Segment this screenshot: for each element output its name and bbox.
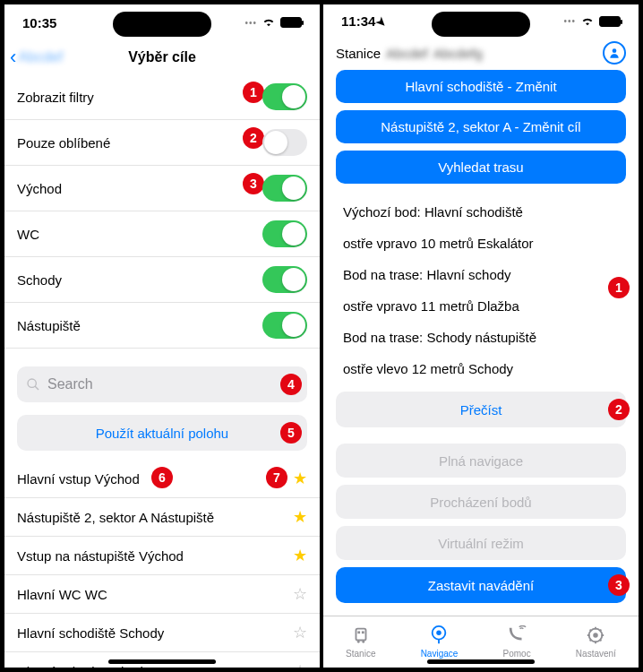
- route-step: ostře vlevo 12 metrů Schody: [336, 353, 626, 384]
- home-indicator[interactable]: [427, 659, 535, 664]
- home-indicator[interactable]: [108, 659, 216, 664]
- target-row[interactable]: Nástupiště 2, sektor A Nástupiště★: [4, 498, 320, 537]
- svg-point-2: [613, 49, 617, 54]
- tab-nastavení[interactable]: Nastavení: [576, 625, 616, 659]
- station-name-blurred: Abcdef: [386, 46, 428, 61]
- favorite-star-icon[interactable]: ★: [293, 507, 307, 527]
- tab-label: Pomoc: [503, 649, 531, 659]
- annotation-badge: 5: [280, 422, 302, 444]
- filter-label: Zobrazit filtry: [17, 90, 262, 105]
- svg-point-6: [357, 641, 360, 643]
- tab-icon: [585, 625, 606, 647]
- status-icons: •••: [563, 13, 621, 30]
- target-label: Nástupiště 2, sektor A Nástupiště: [17, 510, 293, 525]
- tab-stanice[interactable]: Stanice: [346, 625, 375, 659]
- chevron-left-icon: ‹: [10, 46, 16, 69]
- status-bar: 10:35 •••: [4, 4, 320, 40]
- filter-row: Nástupiště: [4, 303, 320, 349]
- search-placeholder: Search: [47, 376, 93, 392]
- annotation-badge: 7: [266, 467, 287, 488]
- tab-pomoc[interactable]: Pomoc: [503, 625, 531, 659]
- route-steps: Výchozí bod: Hlavní schodištěostře vprav…: [336, 196, 626, 384]
- nav-header: ‹ Abcdef Výběr cíle: [4, 40, 320, 74]
- stop-button-wrap: Zastavit navádění 3: [336, 567, 626, 603]
- tab-icon: [506, 625, 527, 647]
- target-row[interactable]: Hlavní WC WC☆: [4, 575, 320, 614]
- annotation-badge: 1: [243, 82, 264, 103]
- filter-list: Zobrazit filtry1Pouze oblíbené2Východ3WC…: [4, 74, 320, 668]
- annotation-badge: 2: [608, 399, 630, 420]
- annotation-badge: 3: [608, 574, 630, 596]
- back-label: Abcdef: [18, 49, 63, 65]
- left-phone: 10:35 ••• ‹ Abcdef Výběr cíle Zobrazit f…: [3, 3, 322, 669]
- toggle[interactable]: [262, 266, 307, 293]
- svg-point-11: [595, 633, 598, 637]
- tab-navigace[interactable]: Navigace: [421, 625, 459, 659]
- target-label: Hlavní WC WC: [17, 587, 293, 602]
- filter-row: Východ3: [4, 166, 320, 211]
- favorite-star-icon[interactable]: ★: [293, 469, 307, 488]
- notch: [113, 12, 211, 37]
- svg-rect-5: [362, 632, 364, 634]
- tab-icon: [428, 625, 450, 647]
- target-label: Hlavní schody Schody: [17, 664, 293, 668]
- cellular-dots-icon: •••: [563, 16, 576, 26]
- search-input[interactable]: Search4: [17, 366, 307, 402]
- nav-action-button[interactable]: Hlavní schodiště - Změnit: [336, 70, 626, 103]
- toggle[interactable]: [262, 220, 307, 247]
- use-current-location-button[interactable]: Použít aktuální polohu5: [17, 415, 307, 451]
- toggle[interactable]: [262, 83, 307, 110]
- svg-line-1: [35, 386, 39, 390]
- filter-label: Schody: [17, 272, 262, 288]
- user-icon: [608, 47, 621, 59]
- toggle[interactable]: [262, 129, 307, 156]
- target-row[interactable]: Vstup na nástupiště Východ★: [4, 537, 320, 575]
- toggle[interactable]: [262, 312, 307, 339]
- station-header: Stanice Abcdef Abcdefg: [323, 38, 639, 70]
- target-row[interactable]: Hlavní schodiště Schody☆: [4, 614, 320, 652]
- stop-navigation-button[interactable]: Zastavit navádění: [336, 567, 626, 603]
- svg-point-7: [362, 641, 364, 643]
- battery-icon: [599, 16, 621, 27]
- filter-row: Pouze oblíbené2: [4, 120, 320, 166]
- svg-point-9: [437, 631, 442, 636]
- favorite-star-icon[interactable]: ☆: [293, 623, 307, 642]
- favorite-star-icon[interactable]: ★: [293, 546, 307, 565]
- filter-label: Pouze oblíbené: [17, 135, 262, 151]
- station-sub-blurred: Abcdefg: [433, 46, 483, 61]
- mode-button-disabled: Plná navigace: [336, 444, 626, 478]
- status-icons: •••: [244, 14, 302, 30]
- annotation-badge: 1: [608, 277, 630, 298]
- nav-action-button[interactable]: Nástupiště 2, sektor A - Změnit cíl: [336, 110, 626, 143]
- favorite-star-icon[interactable]: ☆: [293, 661, 307, 668]
- read-button[interactable]: Přečíst: [336, 392, 626, 427]
- nav-action-button[interactable]: Vyhledat trasu: [336, 151, 626, 184]
- notch: [432, 12, 530, 37]
- page-title: Výběr cíle: [128, 49, 196, 65]
- back-button[interactable]: ‹ Abcdef: [10, 46, 63, 69]
- cellular-dots-icon: •••: [244, 18, 257, 28]
- tab-label: Navigace: [421, 649, 459, 659]
- read-button-wrap: Přečíst 2: [336, 392, 626, 427]
- search-icon: [26, 377, 40, 392]
- target-label: Hlavní schodiště Schody: [17, 625, 293, 641]
- tab-label: Stanice: [346, 649, 375, 659]
- mode-button-disabled: Procházení bodů: [336, 485, 626, 519]
- toggle[interactable]: [262, 175, 307, 202]
- svg-rect-3: [356, 629, 365, 641]
- status-time: 11:34➤: [341, 13, 387, 29]
- route-step: ostře vpravo 11 metrů Dlažba: [336, 290, 626, 322]
- route-step: ostře vpravo 10 metrů Eskalátor: [336, 228, 626, 259]
- route-step: Výchozí bod: Hlavní schodiště: [336, 196, 626, 228]
- filter-label: WC: [17, 227, 262, 242]
- favorite-star-icon[interactable]: ☆: [293, 584, 307, 604]
- profile-button[interactable]: [603, 41, 626, 65]
- route-body: Výchozí bod: Hlavní schodištěostře vprav…: [323, 184, 639, 616]
- mode-button-disabled: Virtuální režim: [336, 526, 626, 560]
- tab-label: Nastavení: [576, 649, 616, 659]
- disabled-mode-buttons: Plná navigaceProcházení bodůVirtuální re…: [336, 444, 626, 560]
- annotation-badge: 6: [151, 467, 173, 488]
- tab-icon: [350, 625, 372, 647]
- filter-row: WC: [4, 211, 320, 257]
- target-row[interactable]: Hlavní vstup Východ67★: [4, 460, 320, 498]
